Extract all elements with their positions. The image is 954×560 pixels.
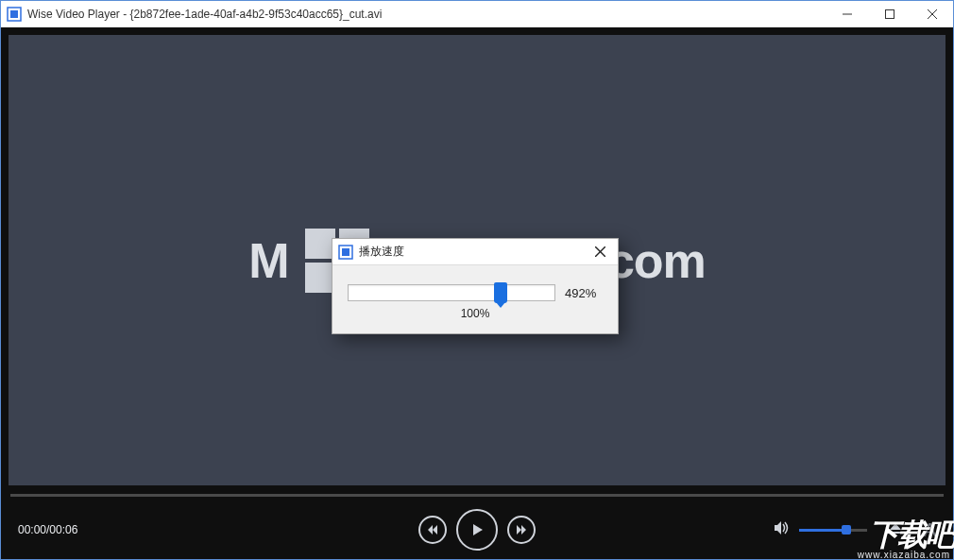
watermark-left-text: M — [248, 232, 288, 289]
window-title: Wise Video Player - {2b872fee-1ade-40af-… — [27, 8, 382, 21]
eject-button[interactable] — [888, 520, 903, 539]
speed-thumb[interactable] — [494, 282, 507, 303]
controls-bar: 00:00/00:06 — [1, 501, 953, 559]
play-button[interactable] — [456, 509, 498, 551]
dialog-title: 播放速度 — [359, 244, 404, 260]
rewind-button[interactable] — [418, 516, 447, 544]
volume-group — [773, 519, 867, 540]
app-icon — [7, 7, 22, 22]
playback-speed-dialog: 播放速度 492% 100% — [332, 238, 619, 334]
volume-fill — [799, 529, 846, 532]
volume-thumb[interactable] — [842, 525, 851, 535]
progress-bar[interactable] — [10, 491, 944, 501]
volume-slider[interactable] — [799, 529, 867, 532]
playback-controls — [418, 509, 536, 551]
close-button[interactable] — [911, 1, 953, 27]
titlebar[interactable]: Wise Video Player - {2b872fee-1ade-40af-… — [1, 1, 953, 27]
time-label: 00:00/00:06 — [18, 523, 77, 536]
right-controls: A — [773, 519, 936, 541]
svg-rect-8 — [342, 248, 349, 256]
minimize-button[interactable] — [826, 1, 868, 27]
dialog-body: 492% 100% — [332, 265, 618, 333]
speed-value-label: 492% — [565, 286, 603, 300]
volume-icon[interactable] — [773, 519, 790, 540]
maximize-button[interactable] — [868, 1, 911, 27]
subtitle-button[interactable]: A — [924, 519, 936, 541]
svg-rect-3 — [885, 10, 894, 19]
svg-rect-6 — [890, 532, 901, 534]
svg-rect-1 — [10, 10, 18, 18]
speed-slider[interactable] — [348, 284, 555, 301]
window-controls — [826, 1, 953, 27]
dialog-close-button[interactable] — [582, 239, 618, 264]
speed-center-label: 100% — [461, 307, 490, 320]
dialog-icon — [338, 245, 353, 260]
forward-button[interactable] — [507, 516, 536, 544]
dialog-titlebar[interactable]: 播放速度 — [332, 239, 618, 265]
